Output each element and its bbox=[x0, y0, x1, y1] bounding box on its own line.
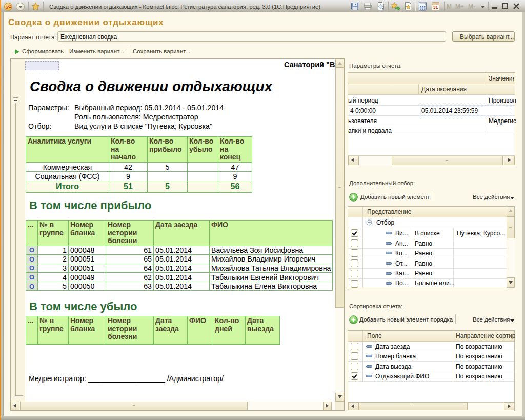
svg-text:31: 31 bbox=[433, 5, 438, 10]
